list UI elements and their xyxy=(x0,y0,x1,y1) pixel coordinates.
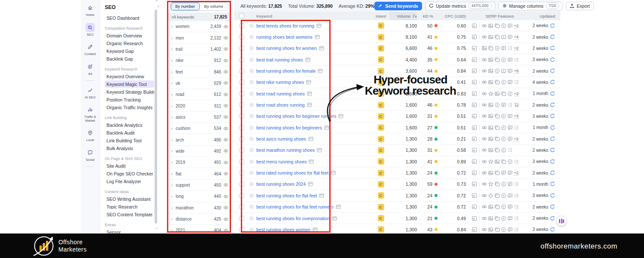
header-intent[interactable]: Intent xyxy=(372,14,389,18)
serp-feature-link-icon[interactable] xyxy=(482,34,487,40)
refresh-icon[interactable] xyxy=(550,147,555,153)
serp-more-badge[interactable]: +4 xyxy=(514,34,519,40)
serp-feature-link-icon[interactable] xyxy=(482,227,487,232)
chevron-right-icon[interactable]: › xyxy=(171,58,176,63)
serp-preview-icon[interactable] xyxy=(338,114,343,119)
serp-feature-list-icon[interactable] xyxy=(514,181,519,187)
chevron-right-icon[interactable]: › xyxy=(171,47,176,52)
select-all-checkbox[interactable] xyxy=(239,13,244,18)
keyword-select-dot[interactable] xyxy=(249,24,254,28)
intent-badge[interactable]: C xyxy=(378,192,384,199)
serp-feature-video2-icon[interactable] xyxy=(501,68,506,74)
eye-icon[interactable] xyxy=(223,171,228,176)
menu-item-organic-research[interactable]: Organic Research xyxy=(105,40,154,47)
group-row-trail[interactable]: › trail 1,402 xyxy=(167,44,231,55)
serp-feature-image-icon[interactable] xyxy=(495,159,500,164)
group-row-nike[interactable]: › nike 912 xyxy=(167,55,231,66)
rail-item-seo[interactable]: SEO xyxy=(81,20,100,40)
keyword-link[interactable]: best mens running shoes xyxy=(256,159,307,164)
serp-preview-icon[interactable] xyxy=(308,181,313,187)
group-row-uk[interactable]: › uk 629 xyxy=(167,78,231,89)
row-checkbox[interactable] xyxy=(239,125,244,130)
header-keyword[interactable]: Keyword xyxy=(256,14,372,18)
keyword-link[interactable]: best running shoes for overpronation xyxy=(256,216,330,221)
serp-feature-diamond-icon[interactable] xyxy=(488,193,493,198)
keyword-link[interactable]: best running shoes for women xyxy=(256,46,317,51)
refresh-icon[interactable] xyxy=(550,170,555,175)
serp-feature-link-icon[interactable] xyxy=(482,216,487,221)
serp-preview-button[interactable] xyxy=(472,125,477,130)
eye-icon[interactable] xyxy=(223,137,228,142)
menu-item-bulk-analysis[interactable]: Bulk Analysis xyxy=(105,144,154,152)
refresh-icon[interactable] xyxy=(550,80,555,85)
chevron-right-icon[interactable]: › xyxy=(171,104,176,108)
group-row-wide[interactable]: › wide 492 xyxy=(167,146,231,157)
row-checkbox[interactable] xyxy=(239,181,244,187)
serp-feature-images-icon[interactable] xyxy=(495,216,500,221)
rail-item-traffic-market[interactable]: Traffic & Market xyxy=(81,102,100,125)
serp-preview-button[interactable] xyxy=(472,91,477,96)
serp-feature-video-icon[interactable] xyxy=(501,216,506,221)
chevron-right-icon[interactable]: › xyxy=(171,36,176,40)
intent-badge[interactable]: C xyxy=(378,147,384,154)
serp-feature-review-icon[interactable] xyxy=(507,34,513,40)
keyword-select-dot[interactable] xyxy=(249,103,254,107)
refresh-icon[interactable] xyxy=(550,23,555,28)
keyword-link[interactable]: best running shoes for beginner runners xyxy=(256,114,336,119)
serp-feature-list-icon[interactable] xyxy=(514,193,519,198)
menu-item-keyword-strategy-builder[interactable]: Keyword Strategy Builder xyxy=(105,88,154,95)
group-row-flat[interactable]: › flat 464 xyxy=(167,168,231,179)
serp-feature-review-icon[interactable] xyxy=(507,204,513,209)
refresh-icon[interactable] xyxy=(550,102,555,108)
serp-feature-images-icon[interactable] xyxy=(495,147,500,153)
serp-feature-video-icon[interactable] xyxy=(501,147,506,153)
serp-feature-review-icon[interactable] xyxy=(501,46,506,51)
manage-columns-button[interactable]: Manage columns 7/10 xyxy=(498,2,563,10)
serp-feature-review-icon[interactable] xyxy=(507,114,513,119)
group-row-marathon[interactable]: › marathon 430 xyxy=(167,203,231,214)
serp-feature-image-icon[interactable] xyxy=(488,136,493,141)
keyword-select-dot[interactable] xyxy=(249,160,254,164)
keyword-link[interactable]: best road running shoes xyxy=(256,91,305,96)
serp-feature-list-icon[interactable] xyxy=(514,159,519,164)
serp-preview-button[interactable] xyxy=(472,216,477,221)
intent-badge[interactable]: C xyxy=(378,124,384,131)
serp-feature-link-icon[interactable] xyxy=(482,147,487,153)
serp-feature-link-icon[interactable] xyxy=(482,193,487,198)
menu-item-on-page-seo-checker[interactable]: On Page SEO Checker xyxy=(105,170,154,177)
serp-feature-images-icon[interactable] xyxy=(495,23,500,28)
serp-feature-image-icon[interactable] xyxy=(488,68,493,74)
serp-feature-link-icon[interactable] xyxy=(482,125,487,130)
serp-feature-list-icon[interactable] xyxy=(514,80,519,85)
serp-preview-button[interactable] xyxy=(472,57,477,62)
menu-item-link-building-tool[interactable]: Link Building Tool xyxy=(105,137,154,144)
serp-more-badge[interactable]: +2 xyxy=(514,46,519,51)
group-row-distance[interactable]: › distance 425 xyxy=(167,214,231,225)
serp-feature-images-icon[interactable] xyxy=(495,193,500,198)
serp-feature-list-icon[interactable] xyxy=(514,125,519,130)
row-checkbox[interactable] xyxy=(239,159,244,164)
keyword-link[interactable]: best trail running shoes xyxy=(256,57,303,62)
serp-feature-link-icon[interactable] xyxy=(482,170,487,175)
serp-preview-button[interactable] xyxy=(472,193,477,198)
serp-feature-video-icon[interactable] xyxy=(501,136,506,141)
serp-preview-button[interactable] xyxy=(472,170,477,175)
serp-preview-button[interactable] xyxy=(472,102,477,108)
serp-feature-images-icon[interactable] xyxy=(495,181,500,187)
keyword-select-dot[interactable] xyxy=(249,114,254,118)
group-row-2019[interactable]: › 2019 491 xyxy=(167,157,231,168)
serp-more-badge[interactable]: +3 xyxy=(514,114,519,119)
serp-preview-icon[interactable] xyxy=(307,102,312,108)
serp-feature-image-icon[interactable] xyxy=(488,204,493,209)
rail-item-ad[interactable]: Ad xyxy=(81,59,100,79)
keyword-link[interactable]: best running shoes for flat feet runners xyxy=(256,204,334,209)
tab-by-number[interactable]: By number xyxy=(171,3,200,10)
keyword-select-dot[interactable] xyxy=(249,194,254,198)
menu-item-sensor[interactable]: Sensor xyxy=(105,228,154,233)
row-checkbox[interactable] xyxy=(239,204,244,209)
serp-feature-list-icon[interactable] xyxy=(514,204,519,209)
serp-feature-link-icon[interactable] xyxy=(482,114,487,119)
serp-preview-icon[interactable] xyxy=(319,46,324,51)
serp-feature-video-icon[interactable] xyxy=(501,114,506,119)
intent-badge[interactable]: C xyxy=(378,181,384,187)
